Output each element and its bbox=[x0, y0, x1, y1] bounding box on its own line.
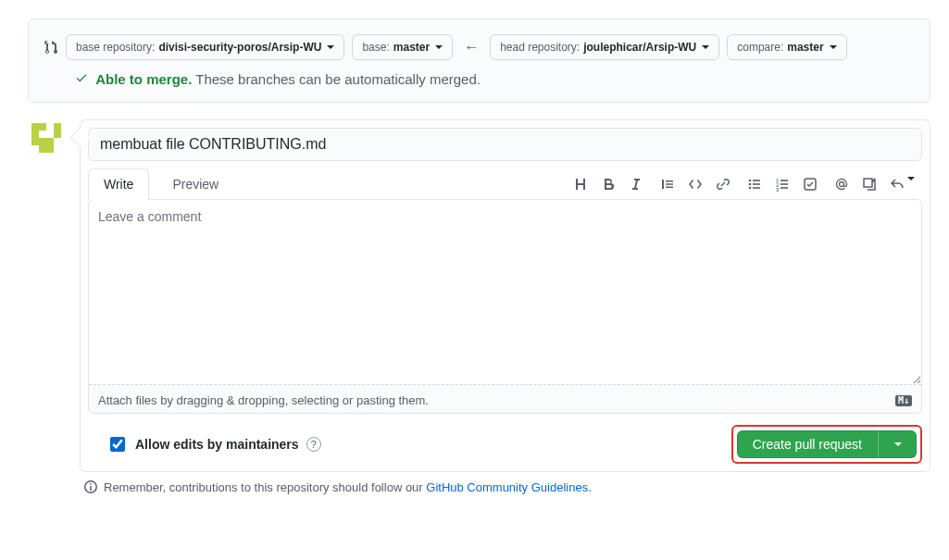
svg-rect-9 bbox=[39, 145, 46, 153]
create-pr-highlight: Create pull request bbox=[731, 425, 922, 464]
svg-rect-15 bbox=[753, 183, 760, 185]
italic-icon[interactable] bbox=[629, 177, 643, 192]
merge-status-text: Able to merge. bbox=[95, 71, 192, 87]
base-branch-selector[interactable]: base: master bbox=[352, 34, 453, 60]
head-repo-selector[interactable]: head repository: joulephicar/Arsip-WU bbox=[490, 34, 719, 60]
label: head repository: bbox=[500, 38, 580, 56]
pr-editor: Write Preview bbox=[80, 119, 930, 472]
tab-write[interactable]: Write bbox=[88, 168, 149, 200]
label: base repository: bbox=[76, 38, 155, 56]
svg-rect-20 bbox=[780, 180, 788, 181]
merge-detail: These branches can be automatically merg… bbox=[195, 71, 481, 87]
svg-rect-14 bbox=[753, 180, 760, 181]
svg-rect-6 bbox=[31, 138, 39, 145]
svg-rect-21 bbox=[780, 183, 788, 185]
guidelines-note: Remember, contributions to this reposito… bbox=[80, 479, 930, 494]
label: compare: bbox=[737, 38, 783, 56]
compare-branch-selector[interactable]: compare: master bbox=[727, 34, 846, 60]
arrow-left-icon: ← bbox=[460, 39, 482, 56]
create-pr-dropdown[interactable] bbox=[878, 430, 917, 458]
crossref-icon[interactable] bbox=[862, 177, 877, 192]
label: base: bbox=[362, 38, 389, 56]
attach-hint[interactable]: Attach files by dragging & dropping, sel… bbox=[98, 393, 429, 407]
md-toolbar: 123 bbox=[573, 177, 922, 192]
avatar bbox=[28, 119, 65, 156]
compare-box: base repository: divisi-security-poros/A… bbox=[28, 19, 930, 103]
svg-rect-22 bbox=[780, 187, 788, 189]
svg-point-24 bbox=[840, 182, 844, 187]
link-icon[interactable] bbox=[716, 177, 730, 192]
svg-rect-25 bbox=[864, 179, 872, 187]
svg-rect-3 bbox=[54, 123, 61, 131]
svg-rect-8 bbox=[46, 138, 54, 145]
markdown-icon[interactable]: M↓ bbox=[895, 395, 912, 406]
allow-edits-label: Allow edits by maintainers bbox=[135, 437, 299, 452]
tasklist-icon[interactable] bbox=[803, 177, 818, 192]
chevron-down-icon bbox=[894, 442, 902, 446]
svg-rect-1 bbox=[31, 123, 39, 131]
chevron-down-icon bbox=[435, 45, 443, 49]
value: master bbox=[393, 38, 430, 56]
value: master bbox=[787, 38, 823, 56]
tab-preview[interactable]: Preview bbox=[156, 168, 234, 200]
help-icon[interactable]: ? bbox=[306, 437, 321, 452]
svg-text:3: 3 bbox=[776, 187, 780, 192]
chevron-down-icon bbox=[702, 45, 709, 49]
allow-edits-checkbox[interactable] bbox=[110, 437, 125, 452]
allow-edits-row[interactable]: Allow edits by maintainers ? bbox=[106, 434, 321, 454]
svg-rect-5 bbox=[54, 131, 61, 138]
info-icon bbox=[83, 479, 98, 494]
heading-icon[interactable] bbox=[573, 177, 588, 192]
quote-icon[interactable] bbox=[660, 177, 675, 192]
svg-rect-2 bbox=[39, 123, 46, 131]
comment-textarea[interactable] bbox=[89, 200, 921, 385]
svg-point-11 bbox=[749, 180, 752, 182]
ol-icon[interactable]: 123 bbox=[775, 177, 790, 192]
create-pr-button[interactable]: Create pull request bbox=[737, 430, 878, 458]
base-repo-selector[interactable]: base repository: divisi-security-poros/A… bbox=[66, 34, 344, 60]
chevron-down-icon bbox=[327, 45, 334, 49]
mention-icon[interactable] bbox=[834, 177, 849, 192]
svg-rect-16 bbox=[753, 187, 760, 189]
bold-icon[interactable] bbox=[601, 177, 616, 192]
chevron-down-icon bbox=[830, 45, 837, 49]
git-compare-icon bbox=[44, 40, 58, 55]
guidelines-link[interactable]: GitHub Community Guidelines bbox=[426, 480, 588, 494]
ul-icon[interactable] bbox=[747, 177, 762, 192]
pr-title-input[interactable] bbox=[88, 128, 922, 161]
svg-rect-7 bbox=[39, 138, 46, 145]
value: divisi-security-poros/Arsip-WU bbox=[158, 38, 321, 56]
value: joulephicar/Arsip-WU bbox=[583, 38, 696, 56]
svg-point-13 bbox=[749, 187, 752, 190]
reply-icon[interactable] bbox=[890, 177, 915, 192]
svg-rect-4 bbox=[31, 131, 39, 138]
merge-status: Able to merge. These branches can be aut… bbox=[44, 71, 915, 87]
svg-rect-10 bbox=[46, 145, 54, 153]
check-icon bbox=[75, 71, 92, 87]
svg-point-12 bbox=[749, 183, 752, 186]
code-icon[interactable] bbox=[688, 177, 703, 192]
